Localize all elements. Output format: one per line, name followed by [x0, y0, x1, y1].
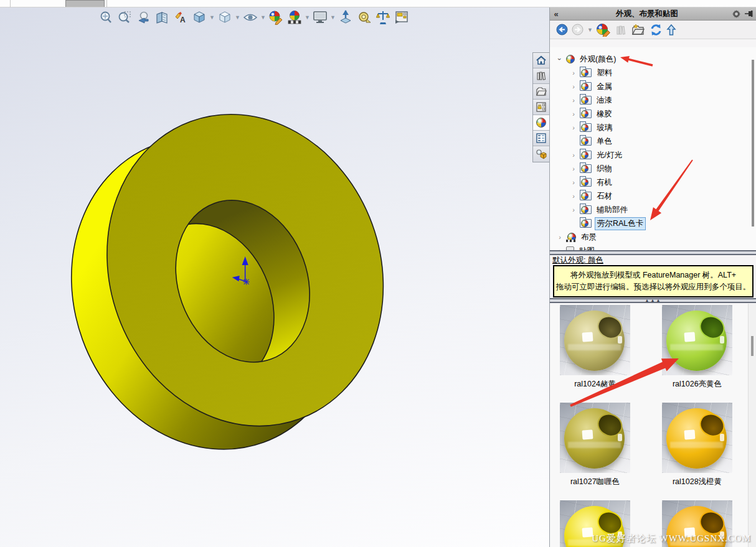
zoom-to-area-icon[interactable]: [116, 9, 133, 26]
swatch-ral1026亮黄色[interactable]: ral1026亮黄色: [662, 305, 732, 390]
tree-item-外观(颜色)[interactable]: ›外观(颜色): [550, 52, 756, 66]
swatch-label: ral1026亮黄色: [662, 379, 732, 390]
back-button[interactable]: [556, 24, 568, 35]
chevron-icon[interactable]: ›: [556, 234, 564, 240]
chevron-icon[interactable]: ›: [570, 83, 577, 90]
tree-item-单色[interactable]: 单色: [550, 134, 756, 148]
swatch-thumbnail[interactable]: [560, 500, 630, 547]
tree-item-label: 辅助部件: [595, 204, 630, 216]
pin-icon[interactable]: [744, 10, 756, 17]
ball-icon: [566, 55, 575, 63]
swatch-thumbnail[interactable]: [560, 305, 630, 375]
tree-item-label: 布景: [579, 231, 598, 243]
display-style-icon[interactable]: [216, 9, 233, 26]
chevron-icon[interactable]: ›: [570, 97, 577, 103]
zoom-to-fit-icon[interactable]: [97, 9, 114, 26]
hide-show-items-dropdown[interactable]: ▼: [260, 14, 265, 21]
display-style-dropdown[interactable]: ▼: [235, 14, 240, 21]
swatch-label: ral1024赭黄: [560, 379, 630, 390]
swatch-thumbnail[interactable]: [662, 305, 732, 375]
file-explorer-tab[interactable]: [533, 84, 549, 100]
up-level-button[interactable]: [666, 24, 676, 36]
tree-item-油漆[interactable]: ›油漆: [550, 93, 756, 107]
view-orientation-icon[interactable]: [191, 9, 207, 26]
edit-appearance-icon[interactable]: [267, 9, 284, 26]
tree-item-玻璃[interactable]: ›玻璃: [550, 121, 756, 134]
default-appearance-link[interactable]: 默认外观: 颜色: [552, 255, 603, 266]
swatch-scrollbar[interactable]: [748, 304, 756, 547]
chevron-icon[interactable]: ›: [570, 70, 577, 76]
swatch-thumbnail[interactable]: [560, 403, 630, 473]
collapse-panel-button[interactable]: «: [550, 9, 562, 19]
splitter-bar[interactable]: ▲▲▲: [550, 298, 756, 303]
folder-icon: [580, 68, 592, 77]
chevron-icon[interactable]: ›: [570, 124, 577, 131]
apply-scene-dropdown[interactable]: ▼: [305, 14, 309, 21]
mass-properties-icon[interactable]: [374, 9, 391, 26]
tree-item-label: 外观(颜色): [578, 54, 618, 65]
tree-scrollbar[interactable]: [752, 60, 754, 227]
view-orientation-dropdown[interactable]: ▼: [209, 14, 214, 21]
chevron-icon[interactable]: ›: [570, 193, 577, 199]
open-search-folder-button[interactable]: [631, 24, 646, 36]
chevron-icon[interactable]: ›: [570, 152, 577, 158]
tree-item-橡胶[interactable]: ›橡胶: [550, 107, 756, 121]
swatch-ral1027咖喱色[interactable]: ral1027咖喱色: [560, 403, 630, 487]
gear-icon[interactable]: [732, 9, 744, 19]
commandmanager-tab-stub[interactable]: [65, 0, 105, 7]
chevron-icon[interactable]: ›: [570, 111, 577, 117]
panel-toolbar: ▼: [550, 21, 756, 39]
instant3d-icon[interactable]: [337, 9, 354, 26]
swatch-thumbnail[interactable]: [662, 500, 732, 547]
edit-appearance-button[interactable]: [596, 23, 611, 37]
view-settings-dropdown[interactable]: ▼: [330, 14, 335, 21]
tree-item-塑料[interactable]: ›塑料: [550, 66, 756, 80]
folder-icon: [580, 82, 592, 91]
document-search-tab[interactable]: [533, 146, 549, 162]
view-palette-tab[interactable]: [533, 100, 549, 115]
swatch-scrollbar-thumb[interactable]: [751, 336, 754, 356]
swatch-ral1024赭黄[interactable]: ral1024赭黄: [560, 305, 630, 390]
hide-show-items-icon[interactable]: [242, 9, 258, 26]
folder-icon: [580, 164, 592, 173]
history-dropdown[interactable]: ▼: [587, 27, 592, 33]
performance-panel-icon[interactable]: [393, 9, 410, 26]
tree-item-石材[interactable]: ›石材: [550, 189, 756, 203]
swatch-row3-1[interactable]: [662, 500, 732, 547]
refresh-button[interactable]: [650, 24, 663, 36]
tree-item-label: 光/灯光: [595, 149, 624, 161]
tree-item-劳尔RAL色卡[interactable]: 劳尔RAL色卡: [550, 217, 756, 230]
previous-view-icon[interactable]: [135, 9, 151, 26]
tree-item-织物[interactable]: ›织物: [550, 162, 756, 175]
chevron-icon[interactable]: ›: [557, 55, 563, 63]
view-settings-icon[interactable]: [311, 9, 328, 26]
splitter-bar[interactable]: [550, 250, 756, 255]
chevron-icon[interactable]: ›: [570, 166, 577, 172]
tree-item-金属[interactable]: ›金属: [550, 80, 756, 93]
tree-item-布景[interactable]: ›布景: [550, 230, 756, 244]
custom-properties-tab[interactable]: [533, 131, 549, 146]
measure-icon[interactable]: [356, 9, 372, 26]
chevron-icon[interactable]: ›: [570, 207, 577, 213]
home-tab[interactable]: [533, 53, 549, 68]
graphics-viewport[interactable]: A ▼ ▼ ▼ ▼ ▼: [0, 7, 549, 547]
swatch-thumbnail[interactable]: [662, 403, 732, 473]
section-view-icon[interactable]: [153, 9, 170, 26]
tree-item-有机[interactable]: ›有机: [550, 175, 756, 189]
tree-item-贴图[interactable]: ›贴图: [550, 244, 756, 250]
appearances-panel: « 外观、布景和贴图 ▼ ›外观(颜色)›塑料›金属›油漆›橡胶›玻璃单色›光/…: [549, 7, 756, 547]
tree-item-label: 单色: [595, 136, 614, 147]
forward-button[interactable]: [572, 24, 584, 35]
annotations-icon[interactable]: A: [172, 9, 189, 26]
swatch-ral1028浅橙黄[interactable]: ral1028浅橙黄: [662, 403, 732, 487]
chevron-icon[interactable]: ›: [570, 179, 577, 185]
divider: [106, 0, 107, 7]
tree-item-辅助部件[interactable]: ›辅助部件: [550, 203, 756, 217]
tree-item-光/灯光[interactable]: ›光/灯光: [550, 148, 756, 162]
apply-scene-icon[interactable]: [286, 9, 303, 26]
design-library-tab[interactable]: [533, 68, 549, 84]
swatch-label: ral1027咖喱色: [560, 477, 630, 487]
swatch-row3-0[interactable]: [560, 500, 630, 547]
folder-icon: [580, 178, 592, 187]
appearances-scenes-tab[interactable]: [533, 115, 549, 131]
